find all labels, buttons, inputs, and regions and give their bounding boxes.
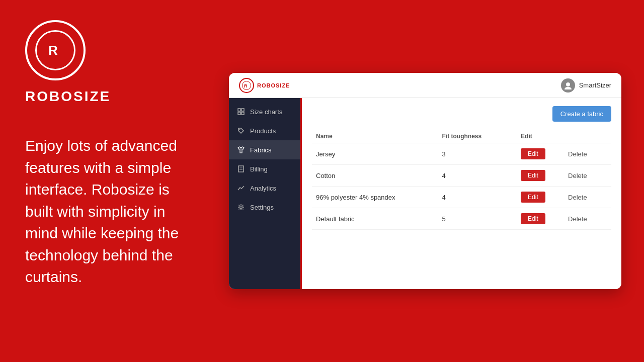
- topbar-r-icon: R: [244, 83, 249, 88]
- col-header-toughness: Fit toughness: [438, 130, 517, 143]
- delete-button[interactable]: Delete: [568, 172, 587, 179]
- content-header: Create a fabric: [312, 106, 611, 122]
- table-row: Default fabric 5 Edit Delete: [312, 208, 611, 230]
- gear-icon: [237, 203, 245, 211]
- cell-toughness: 3: [438, 143, 517, 165]
- col-header-name: Name: [312, 130, 438, 143]
- svg-point-2: [566, 82, 570, 86]
- svg-rect-6: [242, 112, 244, 115]
- delete-button[interactable]: Delete: [568, 194, 587, 201]
- sidebar-item-products[interactable]: Products: [229, 121, 302, 140]
- sidebar-item-size-charts[interactable]: Size charts: [229, 102, 302, 121]
- sidebar-item-settings[interactable]: Settings: [229, 198, 302, 217]
- svg-point-11: [240, 206, 243, 209]
- svg-rect-8: [238, 166, 244, 172]
- topbar-logo-circle: R: [239, 78, 254, 93]
- cell-edit: Edit: [517, 208, 564, 230]
- svg-rect-3: [238, 109, 240, 111]
- cell-name: Default fabric: [312, 208, 438, 230]
- sidebar-label-billing: Billing: [250, 165, 268, 173]
- table-row: Jersey 3 Edit Delete: [312, 143, 611, 165]
- cell-edit: Edit: [517, 187, 564, 208]
- topbar-logo-inner: R: [242, 81, 251, 90]
- top-bar: R ROBOSIZE SmartSizer: [229, 73, 621, 98]
- user-area: SmartSizer: [561, 78, 611, 93]
- create-fabric-button[interactable]: Create a fabric: [552, 106, 611, 122]
- top-bar-logo: R ROBOSIZE: [239, 78, 290, 93]
- sidebar-label-analytics: Analytics: [250, 185, 276, 192]
- cell-edit: Edit: [517, 165, 564, 187]
- sidebar-label-settings: Settings: [250, 204, 274, 211]
- logo-r-icon: R: [46, 41, 64, 59]
- delete-button[interactable]: Delete: [568, 150, 587, 158]
- user-name: SmartSizer: [579, 81, 611, 89]
- tshirt-icon: [237, 146, 245, 154]
- brand-name: ROBOSIZE: [25, 88, 111, 105]
- edit-button[interactable]: Edit: [521, 213, 545, 224]
- cell-toughness: 4: [438, 187, 517, 208]
- tagline: Enjoy lots of advanced features with a s…: [25, 135, 201, 288]
- edit-button[interactable]: Edit: [521, 192, 545, 203]
- sidebar-item-analytics[interactable]: Analytics: [229, 178, 302, 198]
- app-window: R ROBOSIZE SmartSizer: [221, 0, 644, 362]
- topbar-brand-text: ROBOSIZE: [257, 82, 290, 88]
- main-content: Size charts Products: [229, 98, 621, 289]
- logo-circle: R: [25, 20, 86, 80]
- svg-rect-5: [238, 112, 240, 115]
- cell-delete: Delete: [564, 208, 611, 230]
- cell-delete: Delete: [564, 165, 611, 187]
- edit-button[interactable]: Edit: [521, 148, 545, 159]
- content-panel: Create a fabric Name Fit toughness Edit …: [302, 98, 621, 289]
- chart-icon: [237, 184, 245, 192]
- sidebar-border: [300, 98, 302, 289]
- grid-icon: [237, 108, 245, 116]
- svg-text:R: R: [244, 83, 248, 88]
- cell-toughness: 4: [438, 165, 517, 187]
- sidebar-label-products: Products: [250, 127, 276, 135]
- table-row: 96% polyester 4% spandex 4 Edit Delete: [312, 187, 611, 208]
- receipt-icon: [237, 165, 245, 173]
- cell-edit: Edit: [517, 143, 564, 165]
- sidebar-label-size-charts: Size charts: [250, 108, 282, 116]
- logo-inner: R: [35, 30, 75, 70]
- delete-button[interactable]: Delete: [568, 215, 587, 223]
- col-header-edit: Edit: [517, 130, 564, 143]
- svg-point-7: [239, 129, 240, 130]
- svg-text:R: R: [48, 43, 58, 58]
- edit-button[interactable]: Edit: [521, 170, 545, 181]
- cell-delete: Delete: [564, 143, 611, 165]
- sidebar-label-fabrics: Fabrics: [250, 146, 272, 154]
- cell-name: Cotton: [312, 165, 438, 187]
- cell-toughness: 5: [438, 208, 517, 230]
- col-header-delete: [564, 130, 611, 143]
- sidebar: Size charts Products: [229, 98, 302, 289]
- left-panel: R ROBOSIZE Enjoy lots of advanced featur…: [0, 0, 221, 362]
- sidebar-item-billing[interactable]: Billing: [229, 159, 302, 178]
- table-row: Cotton 4 Edit Delete: [312, 165, 611, 187]
- avatar: [561, 78, 575, 93]
- user-icon: [564, 81, 573, 90]
- svg-rect-4: [242, 109, 244, 111]
- tag-icon: [237, 127, 245, 135]
- window-frame: R ROBOSIZE SmartSizer: [229, 73, 621, 289]
- cell-delete: Delete: [564, 187, 611, 208]
- cell-name: Jersey: [312, 143, 438, 165]
- sidebar-item-fabrics[interactable]: Fabrics: [229, 140, 302, 159]
- logo-area: R ROBOSIZE: [25, 20, 201, 105]
- fabric-table: Name Fit toughness Edit Jersey 3 Edit De…: [312, 130, 611, 230]
- cell-name: 96% polyester 4% spandex: [312, 187, 438, 208]
